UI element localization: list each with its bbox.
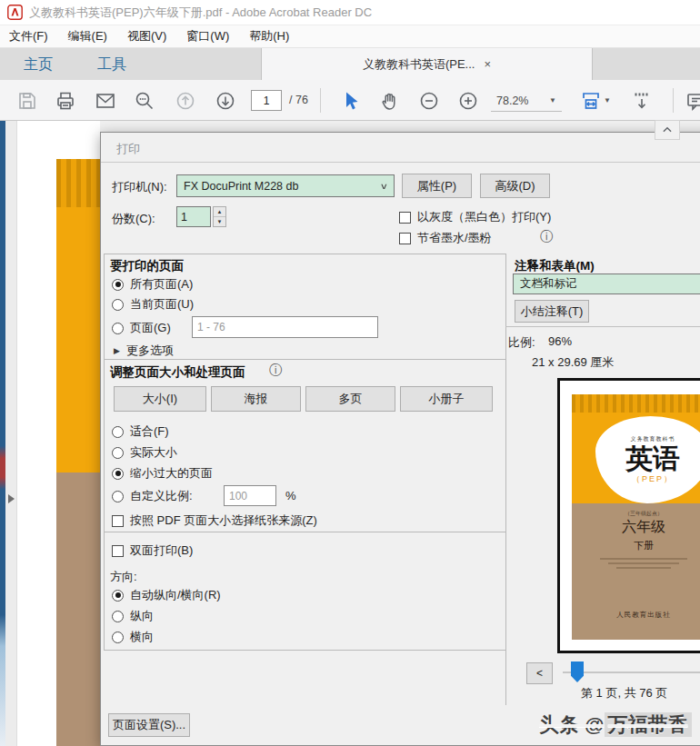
cover-title: 英语 xyxy=(625,443,680,473)
copies-label: 份数(C): xyxy=(112,211,155,227)
pages-range-option[interactable]: 页面(G) xyxy=(112,320,171,336)
multiple-button[interactable]: 多页 xyxy=(305,386,395,412)
more-options[interactable]: ▶ 更多选项 xyxy=(114,343,174,359)
save-icon[interactable] xyxy=(16,90,38,112)
landscape-radio[interactable] xyxy=(112,632,124,643)
next-page-icon[interactable] xyxy=(215,90,236,112)
tab-close-icon[interactable]: × xyxy=(484,57,491,71)
search-zoom-icon[interactable] xyxy=(134,90,155,112)
fit-label: 适合(F) xyxy=(130,423,169,440)
print-icon[interactable] xyxy=(55,90,76,112)
current-page-option[interactable]: 当前页面(U) xyxy=(112,296,194,313)
advanced-button[interactable]: 高级(D) xyxy=(480,174,550,198)
current-page-radio[interactable] xyxy=(112,299,124,311)
cover-credit-lines xyxy=(600,558,687,569)
summarize-comments-button[interactable]: 小结注释(T) xyxy=(515,300,589,323)
main-toolbar: / 76 78.2% ▼ ▼ xyxy=(0,80,700,121)
shrink-oversized-label: 缩小过大的页面 xyxy=(130,465,213,482)
dialog-title: 打印 xyxy=(116,141,140,157)
duplex-checkbox[interactable] xyxy=(112,545,124,557)
save-ink-option[interactable]: 节省墨水/墨粉 xyxy=(399,230,492,246)
properties-button[interactable]: 属性(P) xyxy=(402,174,472,198)
fit-width-icon[interactable] xyxy=(580,90,602,112)
custom-scale-radio[interactable] xyxy=(112,491,124,502)
shrink-oversized-option[interactable]: 缩小过大的页面 xyxy=(112,465,213,482)
portrait-label: 纵向 xyxy=(130,608,154,624)
pages-range-label: 页面(G) xyxy=(130,320,171,336)
expand-pane-icon[interactable] xyxy=(8,494,15,503)
zoom-level-dropdown[interactable]: 78.2% ▼ xyxy=(491,90,562,112)
auto-orientation-option[interactable]: 自动纵向/横向(R) xyxy=(112,587,221,603)
pages-range-radio[interactable] xyxy=(112,323,124,334)
auto-orientation-radio[interactable] xyxy=(112,590,124,602)
scale-value: 96% xyxy=(548,334,572,348)
all-pages-option[interactable]: 所有页面(A) xyxy=(112,276,193,293)
tab-home[interactable]: 主页 xyxy=(13,48,64,80)
comments-forms-dropdown[interactable]: 文档和标记 xyxy=(513,274,700,294)
scale-label: 比例: xyxy=(508,334,535,351)
fit-option[interactable]: 适合(F) xyxy=(112,423,169,440)
menu-file[interactable]: 文件(F) xyxy=(9,28,48,45)
poster-button[interactable]: 海报 xyxy=(211,386,301,412)
select-cursor-icon[interactable] xyxy=(340,90,362,112)
comments-forms-value: 文档和标记 xyxy=(520,276,577,292)
chevron-down-icon[interactable]: ▼ xyxy=(604,96,611,104)
grayscale-checkbox[interactable] xyxy=(399,212,411,224)
all-pages-radio[interactable] xyxy=(112,279,124,291)
custom-scale-input[interactable] xyxy=(224,485,276,506)
printer-label: 打印机(N): xyxy=(112,179,167,195)
portrait-option[interactable]: 纵向 xyxy=(112,608,154,624)
actual-size-radio[interactable] xyxy=(112,447,124,459)
paper-source-option[interactable]: 按照 PDF 页面大小选择纸张来源(Z) xyxy=(112,512,317,529)
copies-stepper[interactable]: ▲▼ xyxy=(213,206,226,227)
divider xyxy=(101,162,700,163)
menu-view[interactable]: 视图(V) xyxy=(127,28,166,45)
chevron-down-icon: ▼ xyxy=(549,96,556,104)
copies-input[interactable] xyxy=(176,206,211,227)
paper-source-label: 按照 PDF 页面大小选择纸张来源(Z) xyxy=(130,512,317,529)
cover-title-cloud: 义务教育教科书 英语 （PEP） xyxy=(595,416,700,503)
page-number-input[interactable] xyxy=(251,90,282,111)
info-icon[interactable]: ⓘ xyxy=(269,363,282,379)
zoom-out-icon[interactable] xyxy=(418,90,440,112)
actual-size-option[interactable]: 实际大小 xyxy=(112,444,177,461)
percent-label: % xyxy=(285,489,296,502)
previous-preview-button[interactable]: < xyxy=(526,662,553,684)
duplex-option[interactable]: 双面打印(B) xyxy=(112,542,193,559)
page-range-input[interactable] xyxy=(192,316,378,338)
toolbar-separator xyxy=(320,88,321,113)
stepper-down-icon[interactable]: ▼ xyxy=(214,217,225,226)
print-preview: 义务教育教科书 英语 （PEP） （三年级起点） 六年级 下册 人民教育出版社 xyxy=(557,378,700,653)
comment-icon[interactable] xyxy=(685,90,700,112)
watermark: 头条 @万福带香 xyxy=(539,711,692,739)
stepper-up-icon[interactable]: ▲ xyxy=(214,207,225,217)
tab-document[interactable]: 义教教科书英语(PE... × xyxy=(261,48,593,80)
grayscale-option[interactable]: 以灰度（黑白色）打印(Y) xyxy=(399,209,551,225)
booklet-button[interactable]: 小册子 xyxy=(400,386,493,412)
info-icon[interactable]: ⓘ xyxy=(540,229,553,245)
previous-page-icon[interactable] xyxy=(175,90,196,112)
page-setup-button[interactable]: 页面设置(S)... xyxy=(108,713,190,737)
landscape-option[interactable]: 横向 xyxy=(112,629,154,645)
menu-help[interactable]: 帮助(H) xyxy=(249,28,289,45)
preview-slider-thumb[interactable] xyxy=(571,661,584,682)
scrollbar-up-button[interactable] xyxy=(655,120,680,140)
hand-tool-icon[interactable] xyxy=(379,90,401,112)
landscape-label: 横向 xyxy=(130,629,154,645)
zoom-in-icon[interactable] xyxy=(457,90,479,112)
tab-tools[interactable]: 工具 xyxy=(86,48,137,80)
fit-radio[interactable] xyxy=(112,426,124,438)
tab-document-label: 义教教科书英语(PE... xyxy=(363,56,475,73)
email-icon[interactable] xyxy=(95,90,116,112)
size-button[interactable]: 大小(I) xyxy=(114,386,206,412)
portrait-radio[interactable] xyxy=(112,611,124,622)
menu-window[interactable]: 窗口(W) xyxy=(186,28,229,45)
printer-dropdown[interactable]: FX DocuPrint M228 db ∨ xyxy=(176,174,395,197)
custom-scale-option[interactable]: 自定义比例: xyxy=(112,488,193,504)
page-scrolling-icon[interactable] xyxy=(631,90,653,112)
menu-edit[interactable]: 编辑(E) xyxy=(68,28,107,45)
save-ink-checkbox[interactable] xyxy=(399,233,411,244)
paper-source-checkbox[interactable] xyxy=(112,515,124,527)
custom-scale-label: 自定义比例: xyxy=(130,488,193,504)
shrink-oversized-radio[interactable] xyxy=(112,468,124,480)
